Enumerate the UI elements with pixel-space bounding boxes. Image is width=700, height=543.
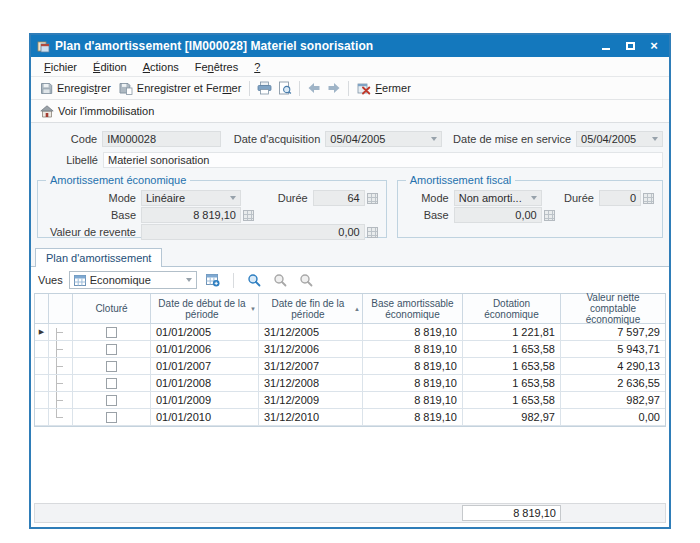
cloture-checkbox[interactable] (106, 361, 117, 372)
close-button[interactable]: × (648, 40, 660, 52)
base-cell[interactable]: 8 819,10 (363, 358, 463, 375)
debut-cell[interactable]: 01/01/2007 (151, 358, 259, 375)
save-icon (40, 82, 53, 95)
base-cell[interactable]: 8 819,10 (363, 392, 463, 409)
fin-cell[interactable]: 31/12/2009 (259, 392, 363, 409)
secondary-toolbar: Voir l'immobilisation (31, 100, 669, 123)
dotation-cell[interactable]: 982,97 (463, 409, 561, 426)
debut-cell[interactable]: 01/01/2010 (151, 409, 259, 426)
menu-fenetres[interactable]: Fenêtres (187, 59, 246, 75)
views-label: Vues (38, 274, 63, 286)
vnc-cell[interactable]: 4 290,13 (561, 358, 665, 375)
base-cell[interactable]: 8 819,10 (363, 409, 463, 426)
forward-icon (327, 82, 341, 94)
dotation-cell[interactable]: 1 221,81 (463, 324, 561, 341)
zoom-prev-button[interactable] (270, 271, 290, 289)
libelle-input[interactable]: Materiel sonorisation (103, 152, 663, 168)
zoom-next-button[interactable] (296, 271, 316, 289)
table-row: 01/01/2010 31/12/2010 8 819,10 982,97 0,… (35, 409, 665, 426)
tree-cell (49, 341, 73, 358)
table-row: 01/01/2009 31/12/2009 8 819,10 1 653,58 … (35, 392, 665, 409)
add-view-button[interactable] (203, 272, 223, 289)
cloture-checkbox[interactable] (106, 344, 117, 355)
calculator-icon[interactable] (367, 227, 378, 238)
debut-cell[interactable]: 01/01/2008 (151, 375, 259, 392)
base-cell[interactable]: 8 819,10 (363, 341, 463, 358)
view-asset-button[interactable]: Voir l'immobilisation (36, 103, 158, 120)
header-date-debut[interactable]: Date de début de la période▼ (151, 294, 259, 324)
fiscal-duree-input[interactable]: 0 (599, 190, 641, 206)
debut-cell[interactable]: 01/01/2005 (151, 324, 259, 341)
code-input[interactable]: IM000028 (102, 131, 220, 147)
debut-cell[interactable]: 01/01/2006 (151, 341, 259, 358)
header-date-fin[interactable]: Date de fin de la période▲ (259, 294, 363, 324)
vnc-cell[interactable]: 2 636,55 (561, 375, 665, 392)
vnc-cell[interactable]: 0,00 (561, 409, 665, 426)
menu-edition[interactable]: Édition (85, 59, 135, 75)
vnc-cell[interactable]: 982,97 (561, 392, 665, 409)
calculator-icon[interactable] (643, 193, 654, 204)
cloture-checkbox[interactable] (106, 327, 117, 338)
cloture-checkbox[interactable] (106, 412, 117, 423)
header-base-amortissable[interactable]: Base amortissable économique (363, 294, 463, 324)
vnc-cell[interactable]: 5 943,71 (561, 341, 665, 358)
calculator-icon[interactable] (243, 210, 254, 221)
sort-desc-icon: ▼ (250, 303, 256, 314)
save-button[interactable]: Enregistrer (36, 80, 115, 97)
tree-cell (49, 375, 73, 392)
view-select[interactable]: Economique (69, 271, 197, 289)
eco-base-input[interactable]: 8 819,10 (141, 207, 241, 223)
navigate-forward-button[interactable] (324, 80, 344, 96)
dotation-cell[interactable]: 1 653,58 (463, 392, 561, 409)
eco-mode-select[interactable]: Linéaire (141, 190, 241, 206)
fin-cell[interactable]: 31/12/2006 (259, 341, 363, 358)
minimize-button[interactable] (600, 40, 612, 52)
fin-cell[interactable]: 31/12/2008 (259, 375, 363, 392)
print-button[interactable] (254, 79, 275, 97)
eco-revente-input[interactable]: 0,00 (141, 224, 365, 240)
cloture-checkbox[interactable] (106, 378, 117, 389)
fiscal-base-input[interactable]: 0,00 (454, 207, 542, 223)
group-title: Amortissement économique (46, 174, 190, 186)
asset-form: Code IM000028 Date d'acquisition 05/04/2… (31, 123, 669, 246)
toolbar-separator (348, 81, 349, 96)
tree-cell (49, 409, 73, 426)
group-title: Amortissement fiscal (406, 174, 515, 186)
fiscal-mode-select[interactable]: Non amorti... (454, 190, 542, 206)
cloture-checkbox[interactable] (106, 395, 117, 406)
close-form-button[interactable]: Fermer (353, 80, 414, 97)
tab-plan-amortissement[interactable]: Plan d'amortissement (35, 248, 162, 267)
fin-cell[interactable]: 31/12/2005 (259, 324, 363, 341)
row-marker-icon: ▶ (39, 328, 44, 336)
dotation-cell[interactable]: 1 653,58 (463, 375, 561, 392)
print-preview-button[interactable] (275, 79, 295, 97)
service-date-select[interactable]: 05/04/2005 (576, 131, 663, 147)
header-cloture[interactable]: Cloturé (73, 294, 151, 324)
fin-cell[interactable]: 31/12/2010 (259, 409, 363, 426)
vnc-cell[interactable]: 7 597,29 (561, 324, 665, 341)
titlebar: Plan d'amortissement [IM000028] Materiel… (31, 35, 669, 57)
dotation-cell[interactable]: 1 653,58 (463, 358, 561, 375)
base-cell[interactable]: 8 819,10 (363, 375, 463, 392)
eco-duree-input[interactable]: 64 (313, 190, 365, 206)
menu-fichier[interactable]: Fichier (36, 59, 85, 75)
table-header-row: Cloturé Date de début de la période▼ Dat… (35, 294, 665, 324)
eco-mode-label: Mode (46, 192, 141, 204)
menu-actions[interactable]: Actions (135, 59, 187, 75)
save-and-close-button[interactable]: Enregistrer et Fermer (115, 80, 246, 97)
search-button[interactable] (244, 271, 264, 289)
menu-aide[interactable]: ? (246, 59, 268, 75)
fin-cell[interactable]: 31/12/2007 (259, 358, 363, 375)
maximize-button[interactable] (624, 40, 636, 52)
header-dotation[interactable]: Dotation économique (463, 294, 561, 324)
header-vnc[interactable]: Valeur nette comptable économique (561, 294, 665, 324)
calculator-icon[interactable] (367, 193, 378, 204)
dotation-cell[interactable]: 1 653,58 (463, 341, 561, 358)
home-icon (40, 105, 54, 118)
debut-cell[interactable]: 01/01/2009 (151, 392, 259, 409)
base-cell[interactable]: 8 819,10 (363, 324, 463, 341)
acquisition-date-select[interactable]: 05/04/2005 (325, 131, 441, 147)
calculator-icon[interactable] (544, 210, 555, 221)
navigate-back-button[interactable] (304, 80, 324, 96)
row-indicator (35, 341, 49, 358)
